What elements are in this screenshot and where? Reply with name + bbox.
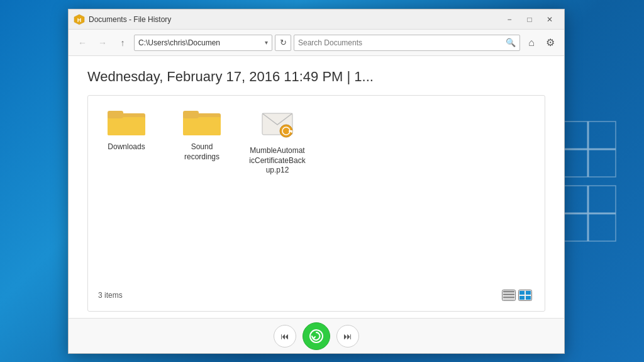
list-item[interactable]: Downloads bbox=[98, 106, 155, 152]
list-item[interactable]: MumbleAutomaticCertificateBackup.p12 bbox=[249, 106, 306, 176]
file-browser: Downloads Sound recordings bbox=[87, 95, 545, 312]
settings-button[interactable]: ⚙ bbox=[541, 34, 559, 52]
svg-rect-29 bbox=[519, 291, 525, 295]
last-version-button[interactable]: ⏭ bbox=[336, 325, 359, 348]
tiles-view-button[interactable] bbox=[518, 290, 532, 301]
folder-icon bbox=[108, 106, 145, 137]
file-name: Sound recordings bbox=[174, 142, 230, 162]
maximize-button[interactable]: □ bbox=[520, 12, 539, 27]
view-toggle bbox=[502, 290, 532, 301]
close-button[interactable]: ✕ bbox=[540, 12, 559, 27]
first-version-button[interactable]: ⏮ bbox=[274, 325, 296, 348]
restore-button[interactable] bbox=[303, 322, 330, 350]
bottom-nav: ⏮ ⏭ bbox=[69, 318, 564, 353]
tiles-view-icon bbox=[519, 291, 531, 300]
svg-rect-31 bbox=[519, 296, 525, 300]
svg-rect-26 bbox=[503, 294, 514, 296]
toolbar-actions: ⌂ ⚙ bbox=[523, 34, 559, 52]
svg-rect-15 bbox=[108, 117, 145, 135]
svg-rect-25 bbox=[503, 291, 514, 293]
window-controls: − □ ✕ bbox=[500, 12, 559, 27]
list-item[interactable]: Sound recordings bbox=[174, 106, 230, 162]
file-history-window: H Documents - File History − □ ✕ ← → ↑ C… bbox=[68, 9, 565, 354]
search-input[interactable] bbox=[298, 38, 503, 47]
address-text: C:\Users\chris\Documen bbox=[138, 38, 265, 47]
details-view-button[interactable] bbox=[502, 290, 516, 301]
svg-rect-24 bbox=[291, 130, 292, 133]
minimize-button[interactable]: − bbox=[500, 12, 519, 27]
search-icon[interactable]: 🔍 bbox=[506, 38, 516, 47]
svg-rect-19 bbox=[183, 111, 199, 118]
file-name: Downloads bbox=[108, 142, 145, 152]
svg-rect-32 bbox=[526, 296, 531, 300]
address-dropdown-icon[interactable]: ▾ bbox=[265, 39, 268, 46]
folder-icon bbox=[183, 106, 221, 137]
address-bar[interactable]: C:\Users\chris\Documen ▾ bbox=[134, 35, 272, 51]
forward-button[interactable]: → bbox=[94, 34, 111, 52]
files-grid: Downloads Sound recordings bbox=[98, 106, 535, 286]
up-button[interactable]: ↑ bbox=[114, 34, 131, 52]
svg-text:H: H bbox=[77, 17, 82, 23]
svg-rect-16 bbox=[108, 111, 123, 118]
content-area: Wednesday, February 17, 2016 11:49 PM | … bbox=[69, 56, 564, 318]
certificate-icon bbox=[260, 106, 295, 141]
details-view-icon bbox=[503, 291, 514, 300]
search-bar[interactable]: 🔍 bbox=[294, 35, 520, 51]
toolbar: ← → ↑ C:\Users\chris\Documen ▾ ↻ 🔍 ⌂ ⚙ bbox=[69, 30, 564, 56]
date-header: Wednesday, February 17, 2016 11:49 PM | … bbox=[87, 69, 545, 85]
desktop: H Documents - File History − □ ✕ ← → ↑ C… bbox=[0, 0, 644, 362]
window-title: Documents - File History bbox=[89, 15, 500, 24]
status-bar: 3 items bbox=[98, 286, 535, 301]
svg-rect-18 bbox=[183, 117, 221, 135]
file-name: MumbleAutomaticCertificateBackup.p12 bbox=[249, 146, 306, 176]
home-button[interactable]: ⌂ bbox=[523, 34, 540, 52]
restore-icon bbox=[309, 329, 324, 344]
titlebar: H Documents - File History − □ ✕ bbox=[69, 9, 564, 30]
svg-rect-30 bbox=[526, 291, 531, 295]
back-button[interactable]: ← bbox=[74, 34, 91, 52]
svg-rect-28 bbox=[503, 299, 514, 300]
app-icon: H bbox=[74, 14, 85, 25]
refresh-button[interactable]: ↻ bbox=[275, 35, 291, 51]
item-count: 3 items bbox=[98, 291, 123, 300]
svg-rect-27 bbox=[503, 297, 514, 298]
